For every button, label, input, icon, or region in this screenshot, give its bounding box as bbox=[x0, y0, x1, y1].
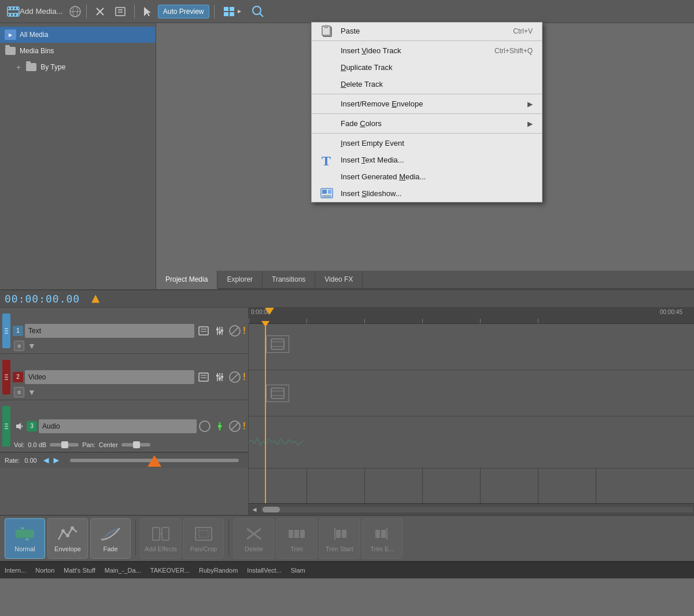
paste-icon bbox=[319, 25, 335, 38]
handle-lines-3 bbox=[5, 423, 8, 429]
by-type-label: By Type bbox=[40, 63, 65, 71]
tool-trim-button[interactable]: Trim bbox=[276, 518, 317, 559]
rate-slider-container bbox=[70, 459, 239, 462]
svg-rect-46 bbox=[271, 339, 284, 349]
svg-rect-69 bbox=[342, 530, 346, 538]
tab-transitions[interactable]: Transitions bbox=[263, 271, 315, 288]
timeline-right: 0:00:00 00:00:45 bbox=[249, 308, 694, 515]
timeline-scroll: ◄ bbox=[249, 503, 694, 515]
add-effects-label: Add Effects bbox=[145, 545, 177, 552]
track-1-properties-button[interactable] bbox=[197, 324, 211, 338]
timeline-content bbox=[249, 324, 694, 503]
handle-lines-2 bbox=[5, 374, 8, 380]
track-2-mute-icon[interactable] bbox=[229, 371, 241, 383]
track-2-alpha-button[interactable]: α bbox=[14, 387, 24, 397]
tool-fade-button[interactable]: Fade bbox=[90, 518, 131, 559]
timeline-scrollbar[interactable] bbox=[261, 507, 693, 512]
menu-item-insert-generated-media[interactable]: Insert Generated Media... bbox=[312, 168, 542, 185]
track-1-down-button[interactable]: ▼ bbox=[28, 341, 36, 351]
track-3-record-icon bbox=[199, 420, 211, 432]
pan-label: Pan: bbox=[82, 441, 95, 448]
tree-item-all-media[interactable]: All Media bbox=[0, 27, 156, 43]
scrollbar-thumb[interactable] bbox=[263, 507, 280, 512]
menu-item-insert-text-media[interactable]: T Insert Text Media... bbox=[312, 152, 542, 168]
tree-item-by-type[interactable]: + By Type bbox=[0, 59, 156, 75]
menu-item-paste[interactable]: Paste Ctrl+V bbox=[312, 23, 542, 39]
track-handle-1[interactable] bbox=[2, 313, 10, 348]
timeline-row-2[interactable] bbox=[249, 370, 694, 416]
scroll-left-button[interactable]: ◄ bbox=[249, 506, 260, 514]
media-tree: All Media Media Bins + By Type bbox=[0, 23, 156, 289]
tool-envelope-button[interactable]: Envelope bbox=[47, 518, 88, 559]
track-3-mute-icon[interactable] bbox=[229, 420, 241, 432]
globe-icon bbox=[69, 5, 82, 18]
paste-label: Paste bbox=[341, 27, 508, 35]
track-name-3[interactable]: Audio bbox=[39, 419, 197, 433]
tab-video-fx[interactable]: Video FX bbox=[315, 271, 363, 288]
vol-label: Vol: bbox=[14, 441, 24, 448]
cursor-button[interactable] bbox=[139, 3, 156, 20]
envelope-arrow: ▶ bbox=[527, 100, 533, 108]
menu-item-duplicate-track[interactable]: Duplicate Track bbox=[312, 59, 542, 76]
tool-trim-end-button[interactable]: Trim E... bbox=[362, 518, 403, 559]
menu-item-fade-colors[interactable]: Fade Colors ▶ bbox=[312, 115, 542, 132]
svg-marker-53 bbox=[20, 528, 25, 530]
vol-slider[interactable] bbox=[50, 443, 79, 447]
add-media-button[interactable]: Add Media... bbox=[3, 3, 67, 20]
menu-item-insert-remove-envelope[interactable]: Insert/Remove Envelope ▶ bbox=[312, 95, 542, 112]
track-handle-2[interactable] bbox=[2, 360, 10, 394]
track-1-mute-icon[interactable] bbox=[229, 325, 241, 337]
track-2-mixer-button[interactable] bbox=[213, 370, 227, 384]
insert-video-track-shortcut: Ctrl+Shift+Q bbox=[494, 47, 533, 55]
svg-rect-4 bbox=[13, 7, 14, 9]
insert-generated-media-label: Insert Generated Media... bbox=[341, 172, 533, 181]
track-3-solo-button[interactable]: ! bbox=[243, 421, 246, 431]
tabs-bar: Project Media Explorer Transitions Video… bbox=[156, 271, 694, 289]
track-row-2: 2 Video bbox=[0, 354, 248, 400]
svg-rect-32 bbox=[219, 331, 221, 333]
track-1-alpha-button[interactable]: α bbox=[14, 341, 24, 351]
svg-rect-21 bbox=[230, 12, 234, 16]
tree-item-media-bins[interactable]: Media Bins bbox=[0, 43, 156, 59]
menu-item-insert-video-track[interactable]: Insert Video Track Ctrl+Shift+Q bbox=[312, 42, 542, 59]
timeline-container: 00:00:00.00 1 Text bbox=[0, 289, 694, 515]
svg-rect-1 bbox=[8, 9, 19, 10]
track-3-speaker-button[interactable] bbox=[13, 419, 27, 433]
properties-button[interactable] bbox=[111, 4, 130, 19]
rate-left-arrow[interactable]: ◄ bbox=[42, 455, 51, 466]
tab-project-media[interactable]: Project Media bbox=[156, 271, 217, 289]
track-1-solo-button[interactable]: ! bbox=[243, 326, 246, 336]
tool-trim-start-button[interactable]: Trim Start bbox=[319, 518, 360, 559]
timeline-row-3[interactable] bbox=[249, 416, 694, 469]
track-2-properties-button[interactable] bbox=[197, 370, 211, 384]
ruler-tick-3 bbox=[422, 319, 423, 323]
menu-item-delete-track[interactable]: Delete Track bbox=[312, 76, 542, 93]
svg-marker-54 bbox=[25, 538, 29, 540]
close-button[interactable] bbox=[91, 4, 109, 19]
track-1-mixer-button[interactable] bbox=[213, 324, 227, 338]
rate-right-arrow[interactable]: ► bbox=[52, 455, 61, 466]
track-3-gain-control[interactable] bbox=[213, 419, 227, 433]
grid-view-button[interactable] bbox=[219, 3, 246, 20]
track-name-2[interactable]: Video bbox=[25, 370, 194, 384]
track-2-down-button[interactable]: ▼ bbox=[28, 388, 36, 397]
menu-item-insert-slideshow[interactable]: Insert Slideshow... bbox=[312, 185, 542, 202]
tool-delete-button[interactable]: Delete bbox=[234, 518, 274, 559]
pan-slider[interactable] bbox=[121, 443, 150, 447]
search-button[interactable] bbox=[248, 3, 268, 20]
menu-item-insert-empty-event[interactable]: Insert Empty Event bbox=[312, 135, 542, 152]
auto-preview-button[interactable]: Auto Preview bbox=[158, 5, 209, 19]
svg-rect-81 bbox=[322, 195, 331, 197]
tool-pan-crop-button[interactable]: Pan/Crop bbox=[183, 518, 224, 559]
audio-waveform bbox=[249, 428, 694, 457]
timeline-row-1[interactable] bbox=[249, 324, 694, 370]
track-name-1[interactable]: Text bbox=[25, 324, 194, 338]
tool-normal-button[interactable]: Normal bbox=[5, 518, 45, 559]
svg-rect-52 bbox=[16, 530, 34, 538]
track-2-solo-button[interactable]: ! bbox=[243, 372, 246, 382]
tool-add-effects-button[interactable]: Add Effects bbox=[141, 518, 181, 559]
menu-sep-1 bbox=[312, 40, 542, 41]
tab-explorer[interactable]: Explorer bbox=[217, 271, 263, 288]
track-handle-3[interactable] bbox=[2, 406, 10, 447]
playhead[interactable] bbox=[265, 324, 266, 503]
